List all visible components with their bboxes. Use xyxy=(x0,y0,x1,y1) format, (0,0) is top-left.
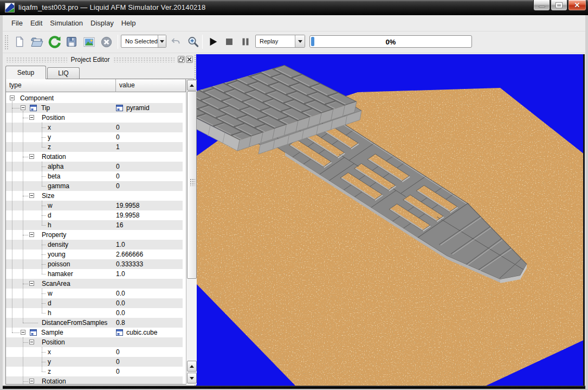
tree-expander[interactable] xyxy=(21,105,25,110)
tree-line xyxy=(23,284,28,284)
save-button[interactable] xyxy=(64,34,79,49)
refresh-button[interactable] xyxy=(47,34,62,49)
menu-help[interactable]: Help xyxy=(118,16,140,30)
tree-expander[interactable] xyxy=(29,232,34,237)
row-type-label: Tip xyxy=(41,104,50,112)
tab-liq[interactable]: LIQ xyxy=(47,67,80,79)
table-row[interactable]: Property xyxy=(6,230,183,240)
close-project-button[interactable] xyxy=(99,34,114,49)
scroll-down-button[interactable] xyxy=(187,373,197,383)
table-row[interactable]: ScanArea xyxy=(6,279,183,289)
tree-expander[interactable] xyxy=(29,340,34,344)
table-row[interactable]: Position xyxy=(6,113,183,123)
new-document-button[interactable] xyxy=(12,34,27,49)
row-type-label: young xyxy=(48,251,66,258)
tree-expander[interactable] xyxy=(10,95,15,100)
table-row[interactable]: gamma0 xyxy=(6,181,183,191)
play-button[interactable] xyxy=(205,34,221,49)
row-type-label: Size xyxy=(42,192,54,200)
menu-edit[interactable]: Edit xyxy=(27,16,46,30)
table-row[interactable]: Rotation xyxy=(6,152,183,162)
row-type-label: d xyxy=(48,212,51,219)
table-row[interactable]: y0 xyxy=(6,357,183,367)
vertical-scrollbar[interactable] xyxy=(186,80,197,385)
table-row[interactable]: density1.0 xyxy=(6,240,183,250)
table-row[interactable]: d0.0 xyxy=(6,298,183,308)
table-row[interactable]: alpha0 xyxy=(6,162,183,171)
table-row[interactable]: Tippyramid xyxy=(6,103,183,113)
table-header: type value xyxy=(6,79,193,93)
scroll-up-button[interactable] xyxy=(187,80,197,91)
3d-viewport[interactable] xyxy=(196,54,585,386)
row-value: 0 xyxy=(116,133,120,141)
toolbar-grip[interactable] xyxy=(4,35,8,50)
application-window: { "window": { "title": "liqafm_test003.p… xyxy=(0,0,588,390)
menu-file[interactable]: File xyxy=(8,16,27,30)
undo-button[interactable] xyxy=(169,34,183,49)
table-row[interactable]: hamaker1.0 xyxy=(6,269,183,279)
tree-expander[interactable] xyxy=(29,115,34,120)
menu-simulation[interactable]: Simulation xyxy=(46,16,87,30)
replay-combobox-arrow[interactable] xyxy=(295,35,305,47)
table-row[interactable]: w19.9958 xyxy=(6,201,183,210)
dock-float-button[interactable] xyxy=(178,56,185,63)
table-row[interactable]: h0.0 xyxy=(6,308,183,318)
minimize-button[interactable] xyxy=(533,0,550,11)
table-row[interactable]: Position xyxy=(6,337,183,347)
pause-button[interactable] xyxy=(238,34,253,49)
row-type-label: d xyxy=(48,299,51,307)
row-value: 0 xyxy=(116,358,120,366)
snapshot-button[interactable] xyxy=(81,34,96,49)
app-icon xyxy=(5,3,15,12)
row-type-label: gamma xyxy=(48,182,69,190)
selection-combobox[interactable]: No Selected xyxy=(121,35,166,48)
table-row[interactable]: y0 xyxy=(6,132,183,142)
table-row[interactable]: DistanceFromSamples0.8 xyxy=(6,318,183,328)
table-row[interactable]: Rotation xyxy=(6,376,183,384)
tab-setup[interactable]: Setup xyxy=(5,66,46,79)
row-type-label: x xyxy=(48,348,51,356)
table-row[interactable]: Samplecubic.cube xyxy=(6,328,183,337)
open-button[interactable] xyxy=(29,34,44,49)
table-row[interactable]: poisson0.333333 xyxy=(6,259,183,269)
column-header-value[interactable]: value xyxy=(116,79,186,92)
row-value: 0.8 xyxy=(116,319,125,327)
replay-combobox[interactable]: Replay xyxy=(255,35,305,48)
table-row[interactable]: x0 xyxy=(6,123,183,132)
table-row[interactable]: Size xyxy=(6,191,183,201)
dock-title-bar[interactable]: Project Editor xyxy=(3,54,194,65)
scroll-up-button-2[interactable] xyxy=(187,361,197,372)
menu-display[interactable]: Display xyxy=(87,16,118,30)
tree-expander[interactable] xyxy=(29,281,34,286)
tree-line xyxy=(23,323,38,323)
close-button[interactable]: ✕ xyxy=(568,0,586,11)
tree-expander[interactable] xyxy=(29,193,34,198)
table-row[interactable]: young2.666666 xyxy=(6,250,183,259)
row-type-label: h xyxy=(48,221,51,229)
table-row[interactable]: d19.9958 xyxy=(6,210,183,220)
title-bar[interactable]: liqafm_test003.pro — Liquid AFM Simulato… xyxy=(0,0,588,15)
table-row[interactable]: z1 xyxy=(6,142,183,152)
zoom-button[interactable] xyxy=(185,34,201,49)
table-row[interactable]: x0 xyxy=(6,347,183,357)
progress-label: 0% xyxy=(310,38,471,46)
tree-expander[interactable] xyxy=(29,154,34,159)
column-header-type[interactable]: type xyxy=(6,79,116,92)
scrollbar-thumb[interactable] xyxy=(187,91,197,279)
tree-line xyxy=(23,118,28,118)
table-row[interactable]: Component xyxy=(6,93,183,103)
table-row[interactable]: z0 xyxy=(6,367,183,376)
selection-combobox-arrow[interactable] xyxy=(158,35,166,47)
maximize-button[interactable] xyxy=(551,0,567,11)
table-row[interactable]: h16 xyxy=(6,220,183,230)
table-row[interactable]: beta0 xyxy=(6,171,183,181)
tree-expander[interactable] xyxy=(29,379,34,383)
table-row[interactable]: w0.0 xyxy=(6,289,183,298)
toolbar-separator xyxy=(118,35,118,49)
dock-close-button[interactable] xyxy=(186,56,193,63)
tree-line xyxy=(42,347,42,372)
stop-button[interactable] xyxy=(222,34,237,49)
tree-expander[interactable] xyxy=(21,330,25,335)
open-folder-icon xyxy=(30,35,43,48)
row-type-label: h xyxy=(48,309,51,317)
